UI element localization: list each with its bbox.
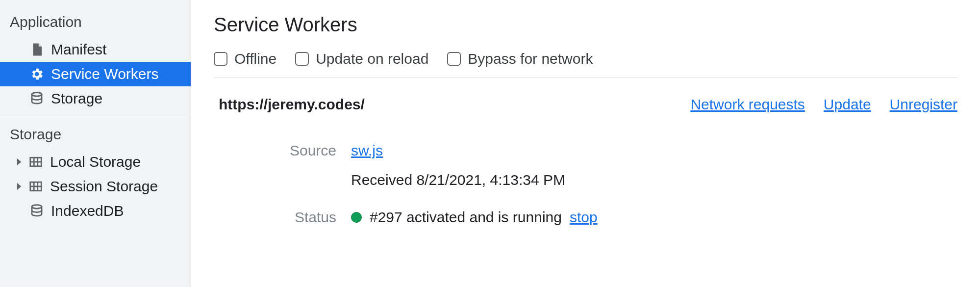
- origin-actions: Network requests Update Unregister: [690, 96, 957, 113]
- checkbox-bypass-for-network[interactable]: Bypass for network: [447, 51, 593, 67]
- checkbox-icon: [295, 52, 309, 66]
- sidebar-item-label: Storage: [51, 90, 102, 107]
- svg-point-0: [32, 93, 42, 97]
- divider: [0, 116, 191, 116]
- sidebar-item-label: IndexedDB: [51, 203, 124, 219]
- checkbox-label: Update on reload: [316, 51, 428, 67]
- detail-row-status: Status #297 activated and is running sto…: [214, 204, 957, 231]
- checkbox-icon: [214, 52, 227, 66]
- sidebar-item-label: Manifest: [51, 41, 106, 58]
- sidebar-item-label: Service Workers: [51, 66, 159, 82]
- section-title-application: Application: [0, 9, 191, 37]
- grid-icon: [28, 155, 43, 169]
- received-text: Received 8/21/2021, 4:13:34 PM: [351, 172, 565, 188]
- section-title-storage: Storage: [0, 121, 191, 150]
- detail-label-source: Source: [214, 142, 351, 159]
- link-update[interactable]: Update: [824, 96, 871, 113]
- checkbox-label: Offline: [234, 51, 276, 67]
- checkbox-label: Bypass for network: [468, 51, 593, 67]
- sidebar-item-label: Session Storage: [50, 178, 158, 195]
- sidebar-item-label: Local Storage: [50, 154, 141, 170]
- options-row: Offline Update on reload Bypass for netw…: [214, 51, 957, 78]
- sidebar-item-service-workers[interactable]: Service Workers: [0, 62, 191, 86]
- sidebar-item-local-storage[interactable]: Local Storage: [0, 150, 191, 174]
- link-source-file[interactable]: sw.js: [351, 142, 383, 159]
- main-panel: Service Workers Offline Update on reload…: [191, 0, 980, 287]
- detail-row-source: Source sw.js Received 8/21/2021, 4:13:34…: [214, 137, 957, 193]
- origin-row: https://jeremy.codes/ Network requests U…: [214, 78, 957, 120]
- detail-label-status: Status: [214, 209, 351, 226]
- sidebar-item-indexeddb[interactable]: IndexedDB: [0, 199, 191, 223]
- database-icon: [29, 204, 44, 218]
- checkbox-offline[interactable]: Offline: [214, 51, 276, 67]
- sidebar-item-manifest[interactable]: Manifest: [0, 37, 191, 62]
- status-dot-icon: [351, 212, 362, 223]
- origin-url: https://jeremy.codes/: [219, 96, 365, 113]
- sidebar-item-session-storage[interactable]: Session Storage: [0, 174, 191, 199]
- link-network-requests[interactable]: Network requests: [690, 96, 804, 113]
- link-stop[interactable]: stop: [570, 209, 598, 226]
- detail-table: Source sw.js Received 8/21/2021, 4:13:34…: [214, 127, 957, 231]
- sidebar: Application Manifest Service Workers Sto…: [0, 0, 191, 287]
- gear-icon: [29, 67, 44, 81]
- chevron-right-icon[interactable]: [15, 158, 24, 165]
- link-unregister[interactable]: Unregister: [890, 96, 957, 113]
- status-text: #297 activated and is running: [370, 209, 562, 226]
- svg-point-9: [32, 205, 42, 209]
- checkbox-update-on-reload[interactable]: Update on reload: [295, 51, 428, 67]
- database-icon: [29, 91, 44, 106]
- grid-icon: [28, 179, 43, 194]
- checkbox-icon: [447, 52, 461, 66]
- chevron-right-icon[interactable]: [15, 183, 24, 190]
- file-icon: [29, 42, 44, 57]
- sidebar-item-storage[interactable]: Storage: [0, 86, 191, 111]
- page-title: Service Workers: [214, 14, 957, 36]
